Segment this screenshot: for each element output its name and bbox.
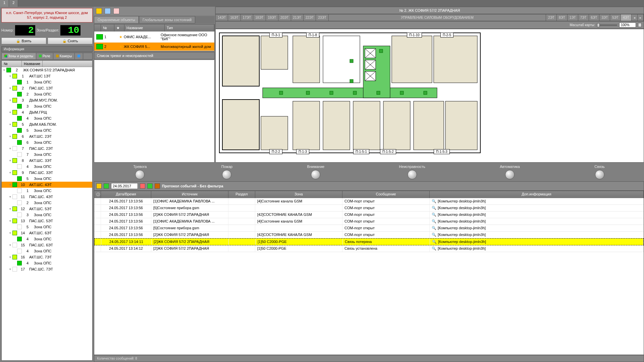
tree-row[interactable]: ▾16АКТ.ШС. 7ЭТ [2,254,92,260]
tree-row[interactable]: 4Зона ОПС [2,260,92,266]
floorplan-canvas[interactable]: П-3-1 П-1-8 П-1-10 П-2-5 П-2-2 П-1-3 П-1… [215,29,644,163]
tree-row[interactable]: 3Зона ОПС [2,103,92,109]
scroll-right-icon[interactable]: ▸ [638,14,644,21]
tree-col-name[interactable]: Название [22,61,43,67]
event-row[interactable]: 24.05.2017 13:13:56[1]ОФИС АКАДЕМИКА ПАВ… [94,198,644,205]
alarms-list[interactable] [94,60,215,163]
tab-protected-objects[interactable]: Охраняемые объекты [94,16,139,23]
tree-root[interactable]: ▾2ЖК СОФИЯ 57/2 2ПАРАДНАЯ [2,67,92,73]
tree-row[interactable]: 1Зона ОПС [2,79,92,85]
magnifier-icon[interactable]: 🔍 [432,213,436,217]
date-input[interactable] [111,183,138,189]
floor-tab[interactable]: 7ЭТ [578,14,589,21]
floor-tabs[interactable]: 14ЭТ16ЭТ17ЭТ18ЭТ19ЭТ20ЭТ21ЭТ22ЭТ23ЭТУПРА… [215,14,644,21]
tree-row[interactable]: ▾11ПАС.ШС. 4ЭТ [2,194,92,200]
floor-tab[interactable]: 1ЭТ [568,14,578,21]
tree-row[interactable]: ▾3ДЫМ.МУС.ПОМ. [2,97,92,103]
tree-row[interactable]: 7Зона ОПС [2,152,92,158]
event-row[interactable]: 24.05.2017 13:14:12[2]ЖК СОФИЯ 57/2 2ПАР… [94,245,644,252]
window-tab-1[interactable]: 1 [0,0,9,7]
floor-tab[interactable]: 16ЭТ [228,14,240,21]
event-row[interactable]: 24.05.2017 13:13:56[2]ЖК СОФИЯ 57/2 2ПАР… [94,232,644,238]
scale-input[interactable] [619,22,636,27]
tree-row[interactable]: ▾8АКТ.ШС. 3ЭТ [2,158,92,164]
floor-tab[interactable]: 6ЭТ [589,14,600,21]
disarm-button[interactable]: Снять [48,38,93,44]
magnifier-icon[interactable]: 🔍 [432,199,436,203]
clipboard-icon[interactable] [113,8,119,14]
floor-tab[interactable]: 22ЭТ [304,14,316,21]
obj-col-type[interactable]: Тип [165,24,214,32]
floor-tab[interactable]: 18ЭТ [253,14,266,21]
floor-tab[interactable]: 20ЭТ [278,14,291,21]
tree-row[interactable]: ▾14АКТ.ШС. 6ЭТ [2,230,92,236]
event-row[interactable]: 24.05.2017 13:14:11[2]ЖК СОФИЯ 57/2 2ПАР… [94,238,644,245]
floor-tab[interactable]: 23ЭТ [316,14,328,21]
tab-global-zones[interactable]: Глобальные зоны состояний [139,16,195,23]
scroll-left-icon[interactable]: ◂ [632,14,638,21]
tree-row[interactable]: 3Зона ОПС [2,212,92,218]
tree-row[interactable]: ▾1АКТ.ШС 1ЭТ [2,73,92,79]
slider-thumb[interactable] [597,23,600,27]
tree-row[interactable]: 5Зона ОПС [2,127,92,133]
object-row[interactable]: 1★ОФИС АКАДЕ...Офисное помещение ООО "БИ… [94,32,214,43]
tree-row[interactable]: ▾13ПАС.ШС. 5ЭТ [2,218,92,224]
zone-tree[interactable]: № Название ▾2ЖК СОФИЯ 57/2 2ПАРАДНАЯ▾1АК… [1,60,93,361]
tree-row[interactable]: 4Зона ОПС [2,248,92,254]
magnifier-icon[interactable]: 🔍 [432,233,436,237]
tree-row[interactable]: ▾10АКТ.ШС. 4ЭТ [2,182,92,188]
floor-tab[interactable]: 19ЭТ [266,14,278,21]
floor-tab[interactable]: 3ЭТ [599,14,610,21]
object-row[interactable]: 2★ЖК СОФИЯ 5...Многоквартирный жилой дом [94,43,214,51]
grid-col-info[interactable]: ⓘ [94,191,101,198]
event-row[interactable]: 24.05.2017 13:13:56[5]Состояние прибора … [94,225,644,232]
tree-row[interactable]: ▾7ПАС.ШС. 2ЭТ [2,145,92,152]
tree-col-num[interactable]: № [2,61,22,67]
filter-clear-icon[interactable] [96,183,102,189]
tab-zones[interactable]: Зоны и разделы [2,53,36,59]
tree-row[interactable]: 5Зона ОПС [2,176,92,182]
grid-col-section[interactable]: Раздел [228,191,255,198]
calendar-icon[interactable] [140,183,145,189]
magnifier-icon[interactable]: 🔍 [432,246,436,250]
tab-extra[interactable] [75,53,83,59]
magnifier-icon[interactable]: 🔍 [432,240,437,244]
tree-row[interactable]: ▾6АКТ.ШС. 2ЭТ [2,133,92,139]
nav-icon[interactable] [104,183,109,189]
tree-row[interactable]: 5Зона ОПС [2,224,92,230]
grid-col-source[interactable]: Источник [151,191,228,198]
arrow-icon[interactable] [155,183,160,189]
arm-button[interactable]: Взять [1,38,46,44]
refresh-icon[interactable] [105,8,111,14]
magnifier-icon[interactable]: 🔍 [432,206,436,210]
tab-cameras[interactable]: Камеры [53,53,75,59]
tree-row[interactable]: ▾9ПАС.ШС. 3ЭТ [2,170,92,176]
tree-row[interactable]: ▾5ДЫМ.КАБ.ПОМ. [2,121,92,127]
floor-tab[interactable]: 17ЭТ [241,14,253,21]
magnifier-icon[interactable]: 🔍 [432,226,436,230]
tree-row[interactable]: ▾4ДЫМ.ГРЩ [2,109,92,115]
magnifier-icon[interactable]: 🔍 [432,219,436,223]
grid-col-extra[interactable]: Доп.информация [430,191,644,198]
export-icon[interactable] [147,183,153,189]
tree-row[interactable]: ▾12АКТ.ШС. 5ЭТ [2,206,92,212]
event-grid[interactable]: ⓘ Дата/Время Источник Раздел Зона Сообще… [94,191,644,355]
grid-col-datetime[interactable]: Дата/Время [101,191,151,198]
floor-tab[interactable]: 14ЭТ [216,14,228,21]
window-tab-2[interactable]: 2 [9,0,18,7]
floor-tab[interactable]: 2ЭТ [546,14,557,21]
tab-relay[interactable]: Реле [36,53,53,59]
obj-col-name[interactable]: Название [124,24,165,32]
grid-col-message[interactable]: Сообщение [342,191,430,198]
tree-row[interactable]: ▾17ПАС.ШС. 7ЭТ [2,266,92,272]
tree-row[interactable]: 4Зона ОПС [2,115,92,121]
tree-row[interactable]: 4Зона ОПС [2,164,92,170]
tree-row[interactable]: 4Зона ОПС [2,236,92,242]
grid-col-zone[interactable]: Зона [255,191,342,198]
obj-col-num[interactable]: № [101,24,114,32]
floor-tab[interactable]: 5ЭТ [610,14,621,21]
tree-row[interactable]: 1Зона ОПС [2,188,92,194]
floor-tab[interactable]: 21ЭТ [291,14,304,21]
tree-row[interactable]: 2Зона ОПС [2,200,92,206]
floor-tab[interactable]: 4ЭТ [621,14,632,21]
